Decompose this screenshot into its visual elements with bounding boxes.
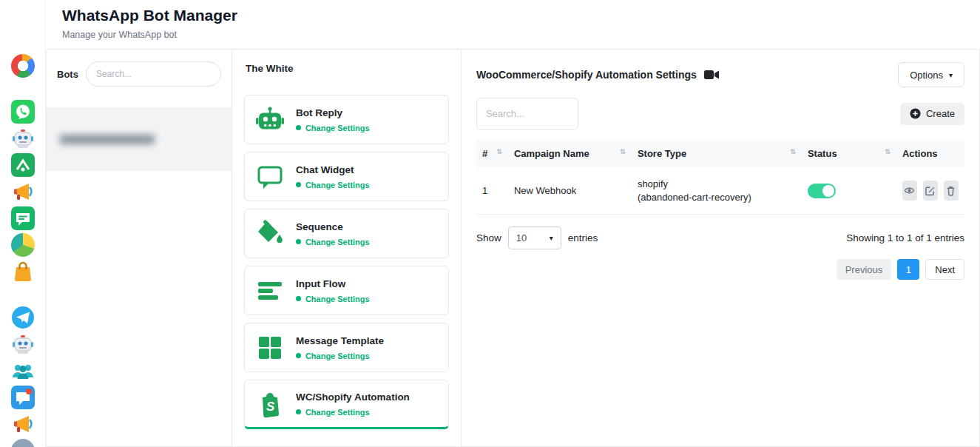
feature-card-chat-widget[interactable]: Chat Widget Change Settings [244, 152, 449, 201]
table-footer: Show 10 ▾ entries Showing 1 to 1 of 1 en… [476, 226, 964, 249]
telegram-icon[interactable] [11, 306, 35, 329]
next-page-button[interactable]: Next [925, 259, 964, 280]
sort-icon[interactable]: ⇅ [790, 148, 796, 155]
feature-card-body: Bot Reply Change Settings [296, 107, 370, 132]
feature-card-input-flow[interactable]: Input Flow Change Settings [244, 266, 449, 315]
green-tool-icon[interactable] [11, 153, 35, 177]
col-header-store-type[interactable]: Store Type⇅ [632, 140, 802, 167]
cell-status [802, 167, 896, 215]
eye-icon [904, 185, 915, 196]
status-dot-icon [296, 353, 301, 358]
change-settings-link[interactable]: Change Settings [305, 295, 370, 303]
blue-chat-icon[interactable] [11, 386, 35, 409]
chevron-down-icon: ▾ [550, 234, 553, 242]
change-settings-link[interactable]: Change Settings [305, 408, 370, 417]
table-search-input[interactable] [476, 98, 578, 130]
bot-list-item[interactable] [47, 107, 232, 171]
col-header-campaign-name[interactable]: Campaign Name⇅ [508, 140, 632, 167]
trash-icon [945, 185, 956, 196]
settings-title: WooCommerce/Shopify Automation Settings [476, 69, 697, 81]
page-header: WhatsApp Bot Manager Manage your WhatsAp… [46, 0, 980, 49]
feature-card-body: WC/Shopify Automation Change Settings [296, 391, 410, 417]
feature-status: Change Settings [296, 352, 384, 360]
status-dot-icon [296, 182, 301, 187]
sort-icon[interactable]: ⇅ [620, 148, 626, 155]
create-button[interactable]: Create [900, 103, 964, 125]
bots-label: Bots [57, 69, 78, 80]
bots-search-input[interactable] [86, 61, 221, 87]
bot-name-title: The White [244, 50, 449, 95]
feature-card-body: Sequence Change Settings [296, 221, 370, 246]
feature-card-body: Input Flow Change Settings [296, 278, 370, 303]
grid-icon [254, 332, 285, 363]
feature-card-message-template[interactable]: Message Template Change Settings [244, 323, 449, 372]
previous-page-button[interactable]: Previous [837, 259, 892, 280]
current-page-button[interactable]: 1 [897, 259, 919, 280]
view-button[interactable] [902, 181, 917, 201]
feature-card-body: Message Template Change Settings [296, 335, 384, 360]
page-size-select[interactable]: 10 ▾ [508, 226, 561, 249]
edit-button[interactable] [923, 181, 938, 201]
status-dot-icon [296, 125, 301, 130]
feature-status: Change Settings [296, 408, 410, 417]
feature-card-bot-reply[interactable]: Bot Reply Change Settings [244, 95, 449, 144]
feature-title: Bot Reply [296, 107, 370, 118]
video-camera-icon[interactable] [704, 70, 719, 80]
bots-panel: Bots [47, 50, 232, 446]
options-label: Options [910, 70, 943, 81]
change-settings-link[interactable]: Change Settings [305, 238, 370, 246]
options-button[interactable]: Options ▾ [898, 62, 964, 87]
delete-button[interactable] [944, 181, 959, 201]
page-subtitle: Manage your WhatsApp bot [62, 30, 964, 40]
pagination: Previous 1 Next [476, 259, 964, 280]
change-settings-link[interactable]: Change Settings [305, 352, 370, 360]
bot-2-icon[interactable] [11, 332, 35, 356]
change-settings-link[interactable]: Change Settings [305, 124, 370, 132]
bot-icon[interactable] [11, 127, 35, 150]
sort-icon[interactable]: ⇅ [885, 148, 891, 155]
cell-actions [896, 167, 964, 215]
bird-icon[interactable] [11, 233, 35, 257]
table-row: 1 New Webhook shopify (abandoned-cart-re… [476, 167, 964, 215]
page-size-value: 10 [516, 232, 527, 243]
entries-label: entries [568, 232, 598, 243]
feature-title: Sequence [296, 221, 370, 232]
paint-fill-icon [254, 218, 285, 249]
feature-card-wc-shopify-automation[interactable]: S WC/Shopify Automation Change Settings [244, 380, 449, 429]
megaphone-icon[interactable] [11, 180, 35, 204]
create-label: Create [926, 108, 955, 119]
change-settings-link[interactable]: Change Settings [305, 181, 370, 189]
campaigns-table: #⇅ Campaign Name⇅ Store Type⇅ Status⇅ Ac… [476, 140, 964, 215]
sort-icon[interactable]: ⇅ [496, 148, 502, 155]
col-header-status[interactable]: Status⇅ [802, 140, 896, 167]
main-area: WhatsApp Bot Manager Manage your WhatsAp… [46, 0, 980, 447]
col-header-num[interactable]: #⇅ [476, 140, 508, 167]
logo-icon[interactable] [11, 54, 35, 78]
feature-card-body: Chat Widget Change Settings [296, 164, 370, 189]
settings-header: WooCommerce/Shopify Automation Settings … [476, 50, 964, 87]
feature-title: Message Template [296, 335, 384, 346]
content-card: Bots The White Bot Reply [46, 49, 980, 447]
status-dot-icon [296, 409, 301, 414]
blurred-bot-name [60, 135, 155, 144]
shopping-bag-icon[interactable] [11, 260, 35, 283]
shopify-bag-icon: S [254, 389, 285, 420]
svg-text:S: S [266, 400, 275, 414]
col-header-actions: Actions [896, 140, 964, 167]
bars-icon [254, 275, 285, 306]
feature-status: Change Settings [296, 181, 370, 189]
chevron-down-icon: ▾ [949, 71, 953, 79]
whatsapp-icon[interactable] [11, 100, 35, 124]
cell-store-type: shopify (abandoned-cart-recovery) [632, 167, 802, 215]
feature-card-sequence[interactable]: Sequence Change Settings [244, 209, 449, 258]
showing-entries-text: Showing 1 to 1 of 1 entries [846, 232, 964, 243]
status-toggle[interactable] [808, 184, 836, 198]
partial-app-icon[interactable] [11, 439, 35, 447]
bots-header: Bots [47, 50, 232, 97]
megaphone-2-icon[interactable] [11, 412, 35, 436]
status-dot-icon [296, 239, 301, 244]
toggle-knob [822, 185, 834, 197]
team-icon[interactable] [11, 359, 35, 383]
page-title: WhatsApp Bot Manager [62, 7, 964, 24]
green-messages-icon[interactable] [11, 206, 35, 230]
